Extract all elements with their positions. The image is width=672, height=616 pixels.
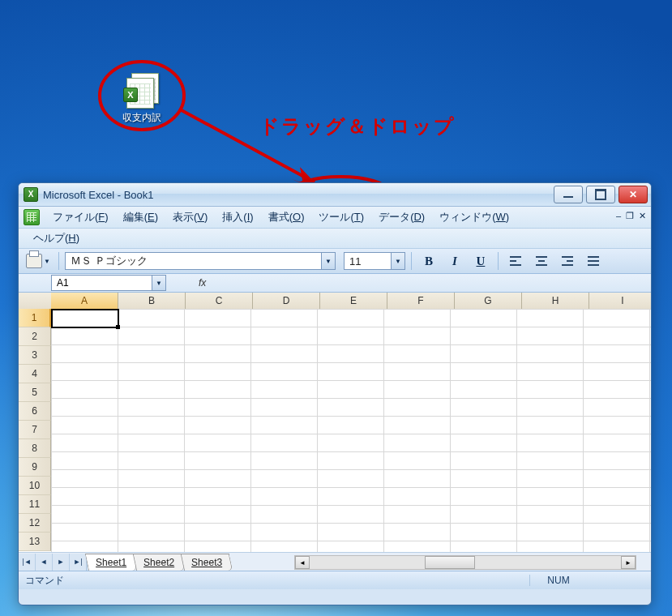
mdi-minimize-button[interactable]: – <box>616 211 621 221</box>
printer-icon <box>26 254 42 268</box>
mdi-close-button[interactable]: ✕ <box>639 211 646 221</box>
row-header-11[interactable]: 11 <box>19 495 51 514</box>
font-name-value: ＭＳ Ｐゴシック <box>71 254 148 268</box>
active-cell[interactable] <box>51 309 119 328</box>
italic-button[interactable]: I <box>443 252 466 270</box>
desktop-file-label: 収支内訳 <box>119 110 165 126</box>
status-bar: コマンド NUM <box>19 571 651 589</box>
sheet-tab-bar: |◄ ◄ ► ►| Sheet1Sheet2Sheet3 ◄ ► <box>19 552 651 571</box>
formula-bar: A1 ▼ fx <box>19 274 651 293</box>
name-box-value: A1 <box>57 277 69 289</box>
excel-file-icon: X <box>123 73 161 107</box>
annotation-text: ドラッグ＆ドロップ <box>259 113 456 139</box>
cells-area[interactable] <box>51 309 651 552</box>
column-header-D[interactable]: D <box>253 293 320 310</box>
row-header-1[interactable]: 1 <box>19 309 51 327</box>
titlebar[interactable]: X Microsoft Excel - Book1 ✕ <box>19 183 651 207</box>
font-size-combo[interactable]: 11 ▼ <box>344 252 405 270</box>
sheet-tab-sheet2[interactable]: Sheet2 <box>133 554 186 571</box>
select-all-corner[interactable] <box>19 293 52 310</box>
row-header-12[interactable]: 12 <box>19 514 51 533</box>
spreadsheet-grid[interactable]: ABCDEFGHI 12345678910111213 <box>19 293 651 552</box>
excel-app-icon: X <box>24 187 38 202</box>
desktop: X 収支内訳 ドラッグ＆ドロップ X Microsoft Excel - Boo… <box>0 0 672 616</box>
status-num: NUM <box>529 575 587 586</box>
close-button[interactable]: ✕ <box>618 186 648 203</box>
hscroll-thumb[interactable] <box>425 556 475 569</box>
column-header-H[interactable]: H <box>522 293 589 310</box>
column-headers[interactable]: ABCDEFGHI <box>51 293 651 309</box>
maximize-button[interactable] <box>586 186 615 203</box>
tab-nav-prev[interactable]: ◄ <box>36 554 53 571</box>
align-justify-icon <box>588 256 599 266</box>
print-button[interactable]: ▼ <box>24 252 53 270</box>
align-center-button[interactable] <box>530 252 553 270</box>
row-header-9[interactable]: 9 <box>19 458 51 477</box>
name-box-dropdown-button[interactable]: ▼ <box>152 276 165 290</box>
sheet-tab-sheet3[interactable]: Sheet3 <box>181 554 233 571</box>
menu-file[interactable]: ファイル(F) <box>46 207 115 227</box>
menu-edit[interactable]: 編集(E) <box>117 207 165 227</box>
row-header-5[interactable]: 5 <box>19 383 51 402</box>
formatting-toolbar: ▼ ＭＳ Ｐゴシック ▼ 11 ▼ B I U <box>19 249 651 274</box>
row-header-3[interactable]: 3 <box>19 346 51 365</box>
tab-nav-last[interactable]: ►| <box>70 554 87 571</box>
tab-nav-next[interactable]: ► <box>53 554 70 571</box>
excel-window: X Microsoft Excel - Book1 ✕ ファイル(F) 編集(E… <box>18 182 652 605</box>
menu-data[interactable]: データ(D) <box>372 207 431 227</box>
menu-tools[interactable]: ツール(T) <box>312 207 370 227</box>
menu-window[interactable]: ウィンドウ(W) <box>433 207 516 227</box>
window-title: Microsoft Excel - Book1 <box>43 189 554 201</box>
row-header-6[interactable]: 6 <box>19 402 51 421</box>
align-justify-button[interactable] <box>582 252 605 270</box>
menu-insert[interactable]: 挿入(I) <box>216 207 259 227</box>
row-header-13[interactable]: 13 <box>19 533 51 551</box>
name-box[interactable]: A1 ▼ <box>51 275 166 291</box>
row-header-2[interactable]: 2 <box>19 327 51 346</box>
align-left-button[interactable] <box>504 252 527 270</box>
font-size-dropdown-button[interactable]: ▼ <box>391 253 404 269</box>
menu-bar-row2: ヘルプ(H) <box>19 229 651 249</box>
font-name-combo[interactable]: ＭＳ Ｐゴシック ▼ <box>65 252 336 270</box>
column-header-B[interactable]: B <box>118 293 186 310</box>
row-headers[interactable]: 12345678910111213 <box>19 309 51 552</box>
menu-help[interactable]: ヘルプ(H) <box>27 229 86 248</box>
column-header-G[interactable]: G <box>455 293 522 310</box>
column-header-F[interactable]: F <box>387 293 455 310</box>
menu-format[interactable]: 書式(O) <box>262 207 311 227</box>
column-header-E[interactable]: E <box>320 293 387 310</box>
menu-bar: ファイル(F) 編集(E) 表示(V) 挿入(I) 書式(O) ツール(T) デ… <box>19 207 651 229</box>
minimize-button[interactable] <box>554 186 583 203</box>
align-center-icon <box>536 256 547 266</box>
horizontal-scrollbar[interactable]: ◄ ► <box>294 555 636 570</box>
mdi-restore-button[interactable]: ❐ <box>626 211 634 221</box>
hscroll-right-button[interactable]: ► <box>621 556 636 569</box>
underline-button[interactable]: U <box>469 252 492 270</box>
row-header-10[interactable]: 10 <box>19 477 51 495</box>
align-right-icon <box>562 256 573 266</box>
column-header-C[interactable]: C <box>186 293 253 310</box>
workbook-icon[interactable] <box>24 209 40 225</box>
column-header-I[interactable]: I <box>589 293 651 310</box>
fx-label[interactable]: fx <box>199 277 206 289</box>
align-left-icon <box>510 256 521 266</box>
status-left: コマンド <box>25 574 64 588</box>
font-name-dropdown-button[interactable]: ▼ <box>321 253 335 269</box>
align-right-button[interactable] <box>556 252 579 270</box>
menu-view[interactable]: 表示(V) <box>166 207 214 227</box>
row-header-4[interactable]: 4 <box>19 365 51 383</box>
row-header-8[interactable]: 8 <box>19 439 51 458</box>
tab-nav-first[interactable]: |◄ <box>19 554 36 571</box>
desktop-file-icon[interactable]: X 収支内訳 <box>109 73 174 126</box>
sheet-tab-sheet1[interactable]: Sheet1 <box>85 554 138 571</box>
font-size-value: 11 <box>349 255 361 267</box>
column-header-A[interactable]: A <box>51 293 118 310</box>
bold-button[interactable]: B <box>417 252 440 270</box>
row-header-7[interactable]: 7 <box>19 421 51 439</box>
hscroll-left-button[interactable]: ◄ <box>295 556 310 569</box>
